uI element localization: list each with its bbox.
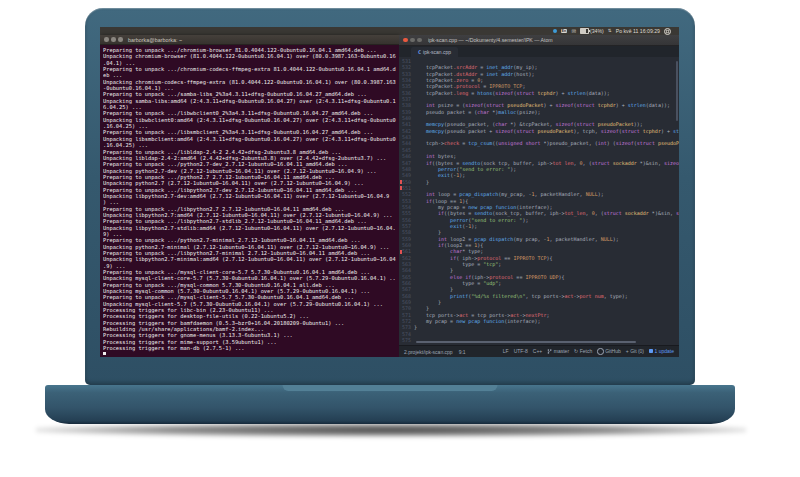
tab-label: ipk-scan.cpp bbox=[423, 49, 451, 55]
code-line: 542 memcpy(pseudo_packet + sizeof(struct… bbox=[399, 128, 679, 134]
atom-close-button[interactable] bbox=[403, 38, 408, 43]
terminal-line: Preparing to unpack .../python2.7-minima… bbox=[103, 237, 399, 243]
atom-window-title: ipk-scan.cpp — ~/Dokumenty/4.semester/IP… bbox=[428, 37, 553, 43]
horizontal-scrollbar[interactable] bbox=[416, 341, 636, 343]
status-c-[interactable]: C++ bbox=[533, 348, 542, 354]
terminal-title: barborka@barborka: ~ bbox=[128, 37, 182, 43]
terminal-maximize-button[interactable] bbox=[118, 37, 123, 42]
status-utf-8[interactable]: UTF-8 bbox=[514, 348, 528, 354]
git-modified-marker bbox=[400, 180, 402, 184]
terminal-line: Unpacking python2.7-dev (2.7.12-1ubuntu0… bbox=[103, 168, 399, 174]
atom-maximize-button[interactable] bbox=[417, 38, 422, 43]
laptop-mockup: En✉(34%)⇅Po kvě 11 16:09:29 barborka@bar… bbox=[0, 0, 800, 477]
status-master[interactable]: master bbox=[547, 348, 569, 354]
clock-label[interactable]: Po kvě 11 16:09:29 bbox=[616, 27, 660, 35]
terminal-line: Preparing to unpack .../libpython2.7-dev… bbox=[103, 187, 399, 193]
git-modified-marker bbox=[400, 250, 402, 254]
editor-pane[interactable]: 531532 tcpPacket.srcAddr = inet_addr(my_… bbox=[399, 57, 679, 345]
cpp-file-icon: C bbox=[418, 49, 421, 55]
atom-tab-bar: C ipk-scan.cpp bbox=[399, 46, 679, 57]
status-cursor-position[interactable]: 9:1 bbox=[459, 349, 466, 355]
terminal-minimize-button[interactable] bbox=[111, 37, 116, 42]
desktop-screen: En✉(34%)⇅Po kvě 11 16:09:29 barborka@bar… bbox=[100, 27, 679, 357]
line-number: 575 bbox=[399, 337, 414, 343]
editor-code: 531532 tcpPacket.srcAddr = inet_addr(my_… bbox=[399, 58, 679, 343]
status-lf[interactable]: LF bbox=[503, 348, 509, 354]
status-fetch[interactable]: ↻Fetch bbox=[574, 348, 592, 354]
atom-status-bar: 2.projekt/ipk-scan.cpp 9:1 LFUTF-8C++mas… bbox=[399, 345, 679, 357]
terminal-window: barborka@barborka: ~ Preparing to unpack… bbox=[100, 35, 399, 357]
mail-icon[interactable]: ✉ bbox=[571, 27, 576, 35]
app-indicator-icon[interactable] bbox=[553, 29, 557, 33]
terminal-line: Unpacking samba-libs:amd64 (2:4.3.11+dfs… bbox=[103, 98, 399, 104]
terminal-line: Unpacking chromium-browser (81.0.4044.12… bbox=[103, 53, 399, 59]
terminal-close-button[interactable] bbox=[104, 37, 109, 42]
terminal-line: Unpacking libpython2.7-dev:amd64 (2.7.12… bbox=[103, 193, 399, 199]
code-line: 544 tcph->check = tcp_csum((unsigned sho… bbox=[399, 140, 679, 146]
terminal-line: Preparing to unpack .../chromium-codecs-… bbox=[103, 66, 399, 72]
terminal-titlebar[interactable]: barborka@barborka: ~ bbox=[100, 35, 399, 45]
system-top-panel: En✉(34%)⇅Po kvě 11 16:09:29 bbox=[100, 27, 679, 35]
status-github[interactable]: GitHub bbox=[597, 348, 620, 354]
status-git-0-[interactable]: +Git (0) bbox=[626, 348, 644, 354]
terminal-line: Preparing to unpack .../samba-libs_2%3a4… bbox=[103, 91, 399, 97]
terminal-line: Unpacking libpython2.7-stdlib:amd64 (2.7… bbox=[103, 225, 399, 231]
terminal-line: Unpacking python2.7 (2.7.12-1ubuntu0~16.… bbox=[103, 180, 399, 186]
laptop-shadow bbox=[36, 423, 746, 437]
status-1-update[interactable]: 1 update bbox=[649, 348, 674, 354]
status-file-path[interactable]: 2.projekt/ipk-scan.cpp bbox=[404, 349, 453, 355]
tab-ipk-scan-cpp[interactable]: C ipk-scan.cpp bbox=[411, 47, 458, 57]
terminal-line: Unpacking mysql-client-core-5.7 (5.7.30-… bbox=[103, 275, 399, 281]
laptop-base bbox=[45, 385, 735, 424]
terminal-line: Unpacking libpython2.7-minimal:amd64 (2.… bbox=[103, 256, 399, 262]
keyboard-layout-indicator[interactable]: En bbox=[561, 29, 568, 34]
terminal-line: Preparing to unpack .../libsmbclient_2%3… bbox=[103, 129, 399, 135]
laptop-lid-groove bbox=[283, 385, 498, 391]
terminal-output[interactable]: Preparing to unpack .../chromium-browser… bbox=[100, 45, 399, 355]
terminal-line: Preparing to unpack .../libwbclient0_2%3… bbox=[103, 110, 399, 116]
atom-titlebar[interactable]: ipk-scan.cpp — ~/Dokumenty/4.semester/IP… bbox=[399, 35, 679, 46]
terminal-cursor bbox=[103, 352, 106, 355]
atom-window: ipk-scan.cpp — ~/Dokumenty/4.semester/IP… bbox=[399, 35, 679, 357]
git-modified-marker bbox=[400, 186, 402, 190]
battery-indicator[interactable]: (34%) bbox=[580, 27, 604, 35]
vertical-scrollbar[interactable] bbox=[676, 61, 678, 121]
sync-arrows-icon[interactable]: ⇅ bbox=[608, 27, 612, 35]
session-gear-icon[interactable] bbox=[664, 28, 671, 35]
terminal-line: Preparing to unpack .../libpython2.7-std… bbox=[103, 218, 399, 224]
atom-minimize-button[interactable] bbox=[410, 38, 415, 43]
